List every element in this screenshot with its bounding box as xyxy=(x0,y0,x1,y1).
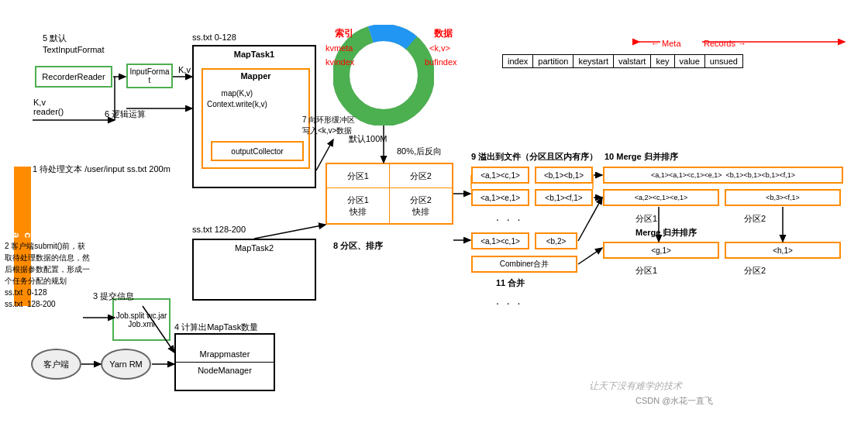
combiner-box: Combiner合并 xyxy=(471,256,577,273)
col-valstart: valstart xyxy=(613,55,650,68)
input-format-box: InputFormat xyxy=(126,64,173,88)
meta-label: ← Meta xyxy=(651,39,681,48)
logic-compute-label: 6 逻辑运算 xyxy=(105,108,146,120)
merge-row1-full: <a,1><a,1><c,1><e,1> <b,1><b,1><b,1><f,1… xyxy=(603,167,843,184)
partition1-low-label: 分区1 xyxy=(636,265,657,277)
records-table: index partition keystart valstart key va… xyxy=(502,54,743,68)
merge10-label: 10 Merge 归并排序 xyxy=(604,151,678,163)
watermark-label: 让天下没有难学的技术 xyxy=(589,380,682,393)
final-h: <h,1> xyxy=(725,242,841,259)
svg-line-25 xyxy=(578,248,602,264)
pending-text-label: 1 待处理文本 /user/input ss.txt 200m xyxy=(33,163,170,176)
default-100m-label: 默认100M xyxy=(349,133,388,145)
kvindex-label: kvindex xyxy=(326,57,354,67)
job-split-box: Job.split wc.jar Job.xml xyxy=(112,298,170,341)
mrapp-box: Mrappmaster NodeManager xyxy=(174,333,275,391)
merge-row2-a: <a,2><c,1><e,1> xyxy=(603,189,719,206)
client-box: 客户端 xyxy=(31,349,81,380)
calc-maptask-label: 4 计算出MapTask数量 xyxy=(174,322,258,333)
maptask2-box: MapTask2 xyxy=(192,239,316,301)
col-key: key xyxy=(651,55,674,68)
final-g: <g,1> xyxy=(603,242,719,259)
csdn-label: CSDN @水花一直飞 xyxy=(636,395,713,407)
spill-row2-b: <b,1><f,1> xyxy=(535,189,593,206)
diagram: abcab... 1 待处理文本 /user/input ss.txt 200m… xyxy=(0,0,868,423)
kvmeta-label: kvmeta xyxy=(326,43,353,53)
spill-row1-b: <b,1><b,1> xyxy=(535,167,593,184)
col-keystart: keystart xyxy=(574,55,614,68)
kv-data-label: <k,v> xyxy=(429,43,450,53)
index-label: 索引 xyxy=(335,27,353,40)
kv-reader-label: K,vreader() xyxy=(33,98,64,116)
partition2-mid-label: 分区2 xyxy=(744,213,766,225)
dots-label-1: . . . xyxy=(496,211,522,223)
partition-grid-upper: 分区1 分区2 分区1快排 分区2快排 xyxy=(326,163,453,225)
col-partition: partition xyxy=(533,55,574,68)
kv-label: K,v xyxy=(178,65,191,74)
default-format-label: 5 默认TextInputFormat xyxy=(43,33,104,57)
merge-lower-label: Merge 归并排序 xyxy=(636,227,697,239)
sort-label: 8 分区、排序 xyxy=(333,240,383,252)
col-unsued: unsued xyxy=(704,55,742,68)
partition1-mid-label: 分区1 xyxy=(636,213,657,225)
data-label: 数据 xyxy=(434,27,453,40)
percent-80-label: 80%,后反向 xyxy=(397,146,442,157)
spill-label: 9 溢出到文件（分区且区内有序） xyxy=(471,151,598,163)
records-label: Records → xyxy=(704,39,746,48)
dots-label-2: . . . xyxy=(496,294,522,307)
bufindex-label: bufindex xyxy=(425,57,457,67)
spill-row2-a: <a,1><e,1> xyxy=(471,189,529,206)
merge11-label: 11 合并 xyxy=(496,277,525,289)
ss-txt-128-label: ss.txt 128-200 xyxy=(192,225,246,234)
col-index: index xyxy=(503,55,533,68)
svg-point-3 xyxy=(358,50,409,101)
spill-row3-b: <b,2> xyxy=(535,232,577,249)
spill-row1-a: <a,1><c,1> xyxy=(471,167,529,184)
yarn-rm-box: Yarn RM xyxy=(101,349,151,380)
write-ring-label: 7 向环形缓冲区写入<k,v>数据 xyxy=(302,115,355,136)
partition2-low-label: 分区2 xyxy=(744,265,766,277)
ss-txt-label: ss.txt 0-128 xyxy=(192,33,236,42)
recorder-reader-box: RecorderReader xyxy=(35,66,112,88)
col-value: value xyxy=(674,55,704,68)
spill-row3-a: <a,1><c,1> xyxy=(471,232,529,249)
maptask1-box: MapTask1 Mapper map(K,v)Context.write(k,… xyxy=(192,45,316,188)
svg-line-23 xyxy=(254,225,326,239)
merge-row2-b: <b,3><f,1> xyxy=(725,189,841,206)
submit-label: 3 提交信息 xyxy=(93,291,134,302)
